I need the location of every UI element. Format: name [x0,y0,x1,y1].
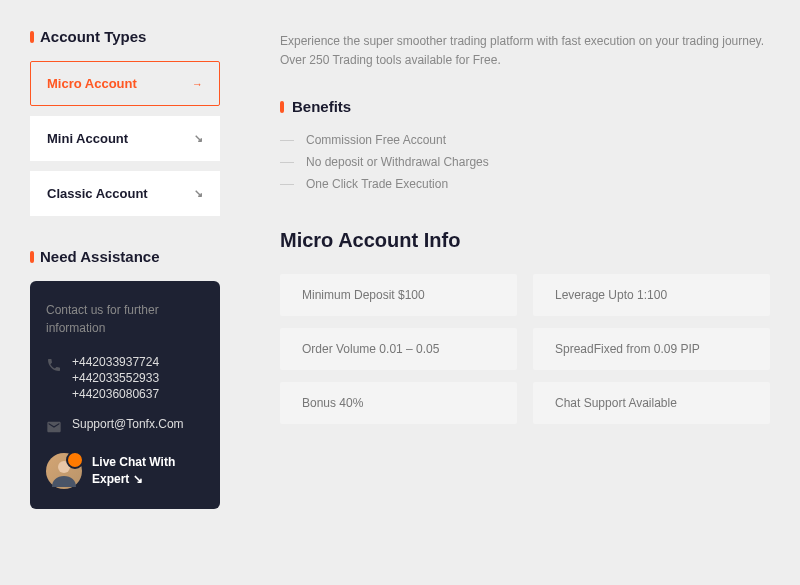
bullet-icon [30,251,34,263]
assist-intro: Contact us for further information [46,301,204,337]
benefit-text: One Click Trade Execution [306,177,448,191]
tab-label: Mini Account [47,131,128,146]
info-card: Bonus 40% [280,382,517,424]
phone-number[interactable]: +442036080637 [72,387,159,401]
tab-label: Classic Account [47,186,148,201]
account-info-title: Micro Account Info [280,229,770,252]
main-content: Experience the super smoother trading pl… [280,28,770,509]
mail-icon [46,419,62,435]
chat-label: Live Chat With Expert ↘ [92,454,204,488]
phone-icon [46,357,62,373]
need-assistance-label: Need Assistance [40,248,160,265]
tab-label: Micro Account [47,76,137,91]
bullet-icon [280,101,284,113]
svg-point-0 [58,461,70,473]
tab-micro-account[interactable]: Micro Account → [30,61,220,106]
info-grid: Minimum Deposit $100 Leverage Upto 1:100… [280,274,770,424]
info-card: Minimum Deposit $100 [280,274,517,316]
benefit-item: No deposit or Withdrawal Charges [280,151,770,173]
phone-row: +442033937724 +442033552933 +44203608063… [46,355,204,401]
info-card: Chat Support Available [533,382,770,424]
arrow-down-right-icon: ↘ [194,187,203,200]
info-card: Leverage Upto 1:100 [533,274,770,316]
benefits-label: Benefits [292,98,351,115]
account-types-label: Account Types [40,28,146,45]
account-tabs: Micro Account → Mini Account ↘ Classic A… [30,61,220,216]
assistance-box: Contact us for further information +4420… [30,281,220,509]
email-address[interactable]: Support@Tonfx.Com [72,417,184,431]
live-chat-button[interactable]: Live Chat With Expert ↘ [46,453,204,489]
need-assistance-title: Need Assistance [30,248,220,265]
benefits-title: Benefits [280,98,770,115]
phone-number[interactable]: +442033937724 [72,355,159,369]
intro-text: Experience the super smoother trading pl… [280,32,770,70]
phone-list: +442033937724 +442033552933 +44203608063… [72,355,159,401]
benefit-item: Commission Free Account [280,129,770,151]
dash-icon [280,184,294,185]
account-types-title: Account Types [30,28,220,45]
bullet-icon [30,31,34,43]
sidebar: Account Types Micro Account → Mini Accou… [30,28,220,509]
arrow-right-icon: → [192,78,203,90]
benefit-item: One Click Trade Execution [280,173,770,195]
tab-mini-account[interactable]: Mini Account ↘ [30,116,220,161]
phone-number[interactable]: +442033552933 [72,371,159,385]
dash-icon [280,140,294,141]
dash-icon [280,162,294,163]
arrow-down-right-icon: ↘ [194,132,203,145]
benefit-text: No deposit or Withdrawal Charges [306,155,489,169]
tab-classic-account[interactable]: Classic Account ↘ [30,171,220,216]
info-card: Order Volume 0.01 – 0.05 [280,328,517,370]
email-row: Support@Tonfx.Com [46,417,204,435]
benefits-list: Commission Free Account No deposit or Wi… [280,129,770,195]
benefit-text: Commission Free Account [306,133,446,147]
info-card: SpreadFixed from 0.09 PIP [533,328,770,370]
avatar [46,453,82,489]
